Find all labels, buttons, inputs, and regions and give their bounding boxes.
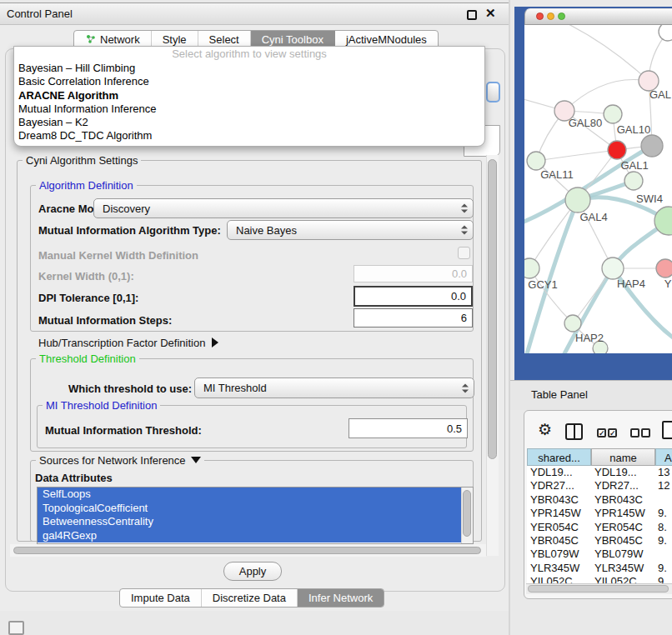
mi-steps-label: Mutual Information Steps: — [38, 314, 172, 327]
unchecked-pair-icon[interactable] — [641, 428, 650, 438]
algorithm-option[interactable]: Basic Correlation Inference — [14, 75, 484, 88]
mi-steps-field[interactable]: 6 — [354, 308, 473, 328]
tab-discretize-data[interactable]: Discretize Data — [202, 589, 298, 607]
table-cell: YBL079W — [527, 548, 591, 561]
network-node[interactable] — [624, 172, 643, 190]
attribute-item[interactable]: gal4RGexp — [38, 529, 462, 543]
table-column-header[interactable]: shared... — [527, 448, 591, 466]
algorithm-option[interactable]: Dream8 DC_TDC Algorithm — [14, 129, 484, 142]
table-row[interactable]: YPR145WYPR145W9. — [527, 507, 672, 520]
algorithm-option[interactable]: Mutual Information Inference — [14, 102, 484, 116]
table-cell: YPR145W — [527, 507, 591, 520]
kernel-width-label: Kernel Width (0,1): — [38, 270, 134, 282]
network-node-label: GAL10 — [617, 123, 650, 136]
group-title-algorithm-definition: Algorithm Definition — [36, 179, 137, 192]
data-attributes-list: SelfLoopsTopologicalCoefficientBetweenne… — [37, 487, 474, 544]
hub-section-toggle[interactable]: Hub/Transcription Factor Definition — [38, 337, 218, 349]
network-view[interactable]: GALGAL80GAL10GAL1GAL11GAL4SWI4GCY1HAP4YH… — [524, 25, 672, 353]
network-node[interactable] — [524, 258, 539, 278]
table-cell: YDR27... — [527, 479, 591, 492]
network-node-label: GAL1 — [620, 159, 648, 172]
table-cell: YDL19... — [591, 466, 655, 479]
network-node[interactable] — [659, 25, 672, 41]
table-rows: YDL19...YDL19...13YDR27...YDR27...12YBR0… — [527, 466, 672, 583]
data-attributes-label: Data Attributes — [35, 472, 113, 484]
attribute-item[interactable]: BetweennessCentrality — [38, 515, 462, 529]
table-cell: YER054C — [527, 521, 591, 534]
minimize-traffic-light-icon[interactable] — [547, 12, 554, 20]
table-row[interactable]: YBL079WYBL079W — [527, 548, 672, 561]
network-edge — [562, 25, 649, 81]
sources-collapse-toggle[interactable]: Sources for Network Inference — [36, 454, 204, 467]
table-column-header[interactable]: A — [655, 448, 672, 466]
apply-button[interactable]: Apply — [223, 562, 282, 581]
chevron-updown-icon — [461, 226, 468, 235]
network-node[interactable] — [527, 152, 545, 170]
table-cell: YLR345W — [591, 562, 655, 575]
columns-icon[interactable] — [565, 423, 583, 440]
network-node[interactable] — [641, 135, 663, 157]
table-row[interactable]: YER054CYER054C8. — [527, 521, 672, 534]
which-threshold-value: MI Threshold — [203, 382, 267, 394]
tab-infer-network[interactable]: Infer Network — [298, 589, 384, 607]
which-threshold-select[interactable]: MI Threshold — [194, 378, 474, 398]
close-icon[interactable]: ✕ — [485, 6, 496, 21]
float-icon[interactable] — [467, 10, 477, 20]
unchecked-pair-icon[interactable] — [630, 428, 639, 438]
table-row[interactable]: YBR043CYBR043C — [527, 493, 672, 507]
network-node-label: Y — [664, 278, 672, 290]
aracne-mode-select[interactable]: Discovery — [93, 198, 474, 218]
settings-vscroll-thumb[interactable] — [488, 159, 497, 459]
collapsed-panel-icon[interactable] — [8, 621, 24, 635]
algorithm-option[interactable]: Bayesian – Hill Climbing — [14, 62, 484, 75]
algorithm-dropdown: Select algorithm to view settings Bayesi… — [13, 46, 485, 147]
attribute-item[interactable]: SelfLoops — [38, 488, 462, 502]
panel-divider[interactable] — [509, 0, 510, 635]
close-traffic-light-icon[interactable] — [536, 12, 544, 20]
table-cell: 12 — [655, 479, 672, 492]
algorithm-option[interactable]: Bayesian – K2 — [14, 116, 484, 129]
tab-label: Cyni Toolbox — [262, 33, 323, 46]
mi-threshold-field[interactable]: 0.5 — [349, 418, 468, 438]
tab-impute-data[interactable]: Impute Data — [120, 589, 202, 607]
gear-icon[interactable]: ⚙ — [538, 420, 552, 439]
table-column-header[interactable]: name — [591, 448, 655, 466]
table-cell: YDL19... — [527, 466, 591, 479]
checked-pair-icon[interactable]: ✓ — [597, 428, 606, 438]
network-node[interactable] — [656, 259, 672, 278]
network-node[interactable] — [604, 105, 622, 123]
mi-threshold-label: Mutual Information Threshold: — [45, 424, 202, 437]
network-node[interactable] — [564, 315, 581, 332]
which-threshold-label: Which threshold to use: — [68, 382, 192, 395]
table-cell: YIL052C — [527, 575, 591, 583]
page-icon[interactable] — [662, 421, 672, 439]
manual-kernel-checkbox — [458, 247, 470, 259]
network-node-label: GCY1 — [528, 278, 557, 291]
settings-hscroll-thumb[interactable] — [13, 547, 481, 554]
app-screen: Control Panel ✕ NetworkStyleSelectCyni T… — [0, 0, 672, 635]
network-node[interactable] — [608, 141, 626, 159]
aracne-mode-value: Discovery — [103, 202, 150, 215]
zoom-traffic-light-icon[interactable] — [558, 12, 565, 20]
table-row[interactable]: YDR27...YDR27...12 — [527, 479, 672, 492]
table-hscroll-thumb[interactable] — [528, 585, 669, 592]
table-cell: YDR27... — [591, 479, 655, 492]
control-panel-title: Control Panel — [7, 8, 73, 20]
table-row[interactable]: YLR345WYLR345W9. — [527, 562, 672, 575]
attr-list-vscroll-thumb[interactable] — [463, 490, 471, 537]
table-cell: YLR345W — [527, 562, 591, 575]
table-row[interactable]: YIL052CYIL052C9 — [527, 575, 672, 583]
network-node[interactable] — [565, 188, 590, 212]
attribute-item[interactable]: TopologicalCoefficient — [38, 502, 462, 516]
network-canvas[interactable]: GALGAL80GAL10GAL1GAL11GAL4SWI4GCY1HAP4YH… — [524, 25, 672, 353]
algorithm-option[interactable]: ARACNE Algorithm — [14, 89, 484, 102]
table-row[interactable]: YBR045CYBR045C9. — [527, 534, 672, 548]
checked-pair-icon[interactable]: ✓ — [608, 428, 617, 438]
table-row[interactable]: YDL19...YDL19...13 — [527, 466, 672, 479]
tab-label: jActiveMNodules — [346, 33, 427, 46]
network-node[interactable] — [602, 258, 624, 279]
network-node-label: GAL — [649, 88, 671, 101]
dpi-tolerance-field[interactable]: 0.0 — [354, 286, 473, 307]
mi-type-select[interactable]: Naive Bayes — [227, 220, 474, 240]
tab-label: Infer Network — [308, 592, 373, 604]
